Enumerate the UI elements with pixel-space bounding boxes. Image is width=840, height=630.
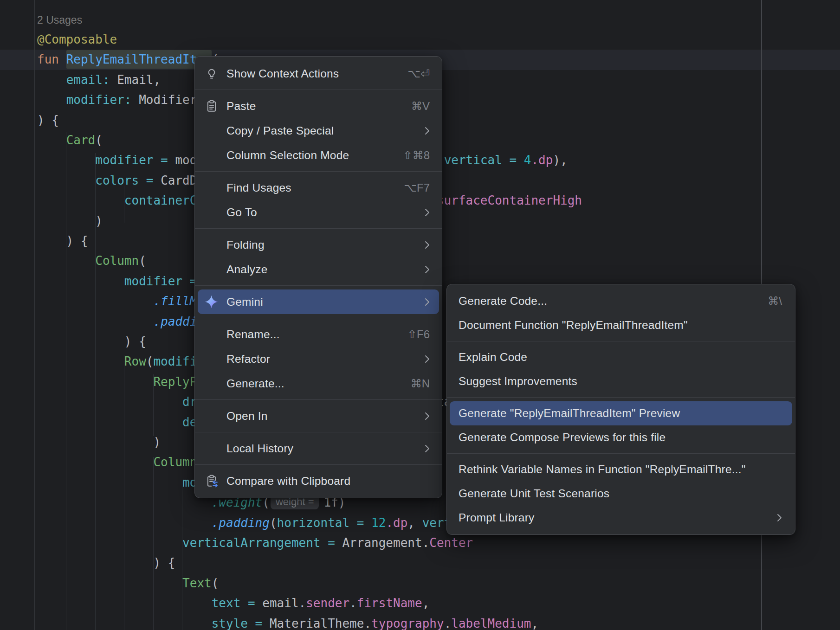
menu-item-generate[interactable]: Generate...⌘N	[198, 371, 439, 396]
code-token: modifier:	[66, 93, 139, 107]
code-token: .	[349, 596, 357, 610]
menu-item-paste[interactable]: Paste⌘V	[198, 94, 439, 118]
menu-item-refactor[interactable]: Refactor	[198, 347, 439, 371]
menu-separator	[447, 453, 795, 454]
gemini-submenu: Generate Code...⌘\Document Function "Rep…	[446, 284, 795, 535]
code-token: colors =	[95, 174, 161, 187]
menu-item-column-selection-mode[interactable]: Column Selection Mode⇧⌘8	[198, 143, 439, 167]
menu-item-label: Show Context Actions	[226, 67, 339, 80]
code-token: sender	[306, 596, 349, 610]
code-line: style = MaterialTheme.typography.labelMe…	[37, 614, 538, 630]
code-line: text = email.sender.firstName,	[37, 593, 429, 613]
menu-item-compare-with-clipboard[interactable]: Compare with Clipboard	[198, 469, 439, 493]
code-token	[37, 576, 182, 590]
code-token	[37, 617, 212, 630]
gutter-separator	[34, 0, 35, 630]
menu-item-local-history[interactable]: Local History	[198, 436, 439, 461]
code-line: Card(	[37, 130, 103, 150]
menu-item-label: Generate Unit Test Scenarios	[459, 487, 609, 500]
code-token: Column	[153, 455, 197, 469]
code-line: fun ReplyEmailThreadItem(	[37, 50, 219, 70]
menu-item-generate-unit-test-scenarios[interactable]: Generate Unit Test Scenarios	[450, 482, 792, 506]
submenu-arrow-icon	[414, 412, 430, 420]
code-token	[37, 495, 212, 509]
code-line: ) {	[37, 110, 59, 130]
code-token: )	[37, 214, 103, 228]
menu-item-document-function-replyemailthreaditem[interactable]: Document Function "ReplyEmailThreadItem"	[450, 313, 792, 337]
code-token: email.	[262, 596, 306, 610]
menu-separator	[195, 318, 442, 318]
menu-item-find-usages[interactable]: Find Usages⌥F7	[198, 175, 439, 200]
menu-item-shortcut: ⇧⌘8	[392, 149, 430, 162]
menu-item-shortcut: ⌥⏎	[396, 67, 430, 80]
submenu-arrow-icon	[414, 444, 430, 453]
empty-icon	[204, 327, 219, 341]
menu-item-folding[interactable]: Folding	[198, 232, 439, 257]
menu-item-label: Column Selection Mode	[226, 149, 349, 162]
menu-item-suggest-improvements[interactable]: Suggest Improvements	[450, 369, 792, 393]
menu-item-go-to[interactable]: Go To	[198, 200, 439, 225]
code-token: @Composable	[37, 32, 117, 46]
code-token	[37, 596, 212, 610]
code-token: Column	[95, 254, 139, 268]
menu-item-label: Generate...	[226, 377, 284, 390]
menu-item-label: Rethink Variable Names in Function "Repl…	[459, 463, 746, 476]
editor-context-menu: Show Context Actions⌥⏎Paste⌘VCopy / Past…	[194, 56, 442, 498]
code-token: ,	[531, 617, 538, 630]
menu-item-label: Copy / Paste Special	[226, 124, 334, 137]
code-line: ) {	[37, 332, 146, 352]
menu-item-show-context-actions[interactable]: Show Context Actions⌥⏎	[198, 61, 439, 86]
code-token	[37, 476, 182, 489]
code-token: modifier =	[95, 153, 175, 167]
gemini-star-icon	[204, 295, 219, 309]
code-token: typography	[371, 617, 444, 630]
menu-item-copy-paste-special[interactable]: Copy / Paste Special	[198, 118, 439, 143]
empty-icon	[204, 205, 219, 219]
code-token: 2 Usages	[37, 14, 82, 26]
code-token: .padding	[212, 516, 270, 530]
menu-item-shortcut: ⌥F7	[393, 181, 430, 194]
code-line: )	[37, 432, 161, 452]
code-line: Text(	[37, 573, 219, 593]
lightbulb-icon	[204, 66, 219, 81]
code-line: 2 Usages	[37, 10, 82, 30]
menu-item-rename[interactable]: Rename...⇧F6	[198, 322, 439, 347]
menu-item-rethink-variable-names-in-function-replyemailthre[interactable]: Rethink Variable Names in Function "Repl…	[450, 457, 792, 482]
code-token: ) {	[37, 234, 88, 248]
code-token: (	[270, 516, 277, 530]
menu-item-generate-replyemailthreaditem-preview[interactable]: Generate "ReplyEmailThreadItem" Preview	[450, 401, 792, 425]
submenu-arrow-icon	[414, 208, 430, 217]
code-token	[37, 415, 182, 429]
menu-item-label: Find Usages	[226, 181, 291, 194]
menu-item-prompt-library[interactable]: Prompt Library	[450, 506, 792, 530]
code-token: vertical =	[444, 153, 524, 167]
menu-separator	[195, 90, 442, 90]
code-token: .dp	[386, 516, 407, 530]
menu-item-label: Generate "ReplyEmailThreadItem" Preview	[459, 407, 680, 420]
code-token: )	[37, 435, 161, 449]
submenu-arrow-icon	[766, 514, 782, 522]
code-token: Row	[124, 354, 146, 368]
menu-item-analyze[interactable]: Analyze	[198, 257, 439, 282]
code-token: Center	[429, 536, 473, 550]
menu-item-gemini[interactable]: Gemini	[198, 289, 439, 314]
code-token	[37, 73, 66, 87]
menu-item-label: Generate Compose Previews for this file	[459, 431, 666, 444]
menu-item-explain-code[interactable]: Explain Code	[450, 345, 792, 369]
menu-item-generate-compose-previews-for-this-file[interactable]: Generate Compose Previews for this file	[450, 425, 792, 450]
code-token	[37, 375, 153, 389]
menu-separator	[195, 285, 442, 286]
code-token: .dp	[531, 153, 553, 167]
menu-item-label: Generate Code...	[459, 295, 547, 308]
menu-item-generate-code[interactable]: Generate Code...⌘\	[450, 289, 792, 313]
code-token: Text	[182, 576, 212, 590]
code-token	[37, 254, 95, 268]
code-token: (	[212, 576, 219, 590]
code-token: ) {	[37, 556, 175, 570]
code-token: ) {	[37, 334, 146, 348]
code-token: style =	[212, 617, 270, 630]
menu-item-open-in[interactable]: Open In	[198, 404, 439, 428]
submenu-arrow-icon	[414, 298, 430, 306]
code-token: firstName	[357, 596, 422, 610]
menu-item-label: Explain Code	[459, 351, 527, 364]
